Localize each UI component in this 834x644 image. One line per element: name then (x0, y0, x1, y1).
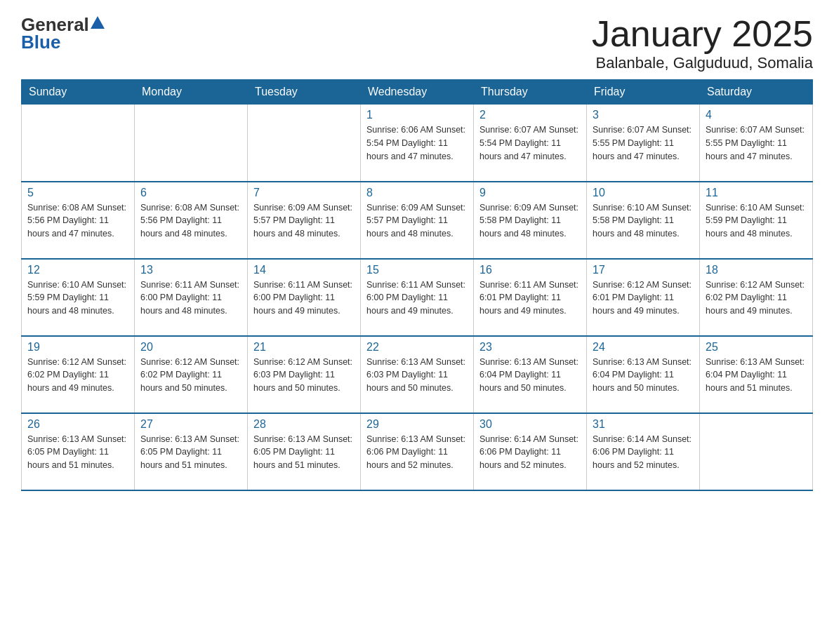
day-number: 24 (593, 341, 694, 354)
day-info: Sunrise: 6:09 AM Sunset: 5:57 PM Dayligh… (366, 201, 468, 241)
day-number: 2 (479, 109, 581, 121)
col-header-sunday: Sunday (22, 80, 135, 105)
day-info: Sunrise: 6:13 AM Sunset: 6:04 PM Dayligh… (706, 356, 807, 395)
day-number: 26 (27, 418, 128, 431)
day-info: Sunrise: 6:08 AM Sunset: 5:56 PM Dayligh… (140, 201, 241, 241)
day-info: Sunrise: 6:11 AM Sunset: 6:00 PM Dayligh… (366, 279, 468, 318)
day-info: Sunrise: 6:09 AM Sunset: 5:58 PM Dayligh… (479, 201, 581, 241)
day-number: 29 (366, 418, 468, 431)
day-number: 17 (593, 264, 694, 276)
calendar-cell: 11Sunrise: 6:10 AM Sunset: 5:59 PM Dayli… (700, 182, 813, 259)
col-header-friday: Friday (587, 80, 700, 105)
calendar-cell: 10Sunrise: 6:10 AM Sunset: 5:58 PM Dayli… (587, 182, 700, 259)
day-number: 18 (706, 264, 807, 276)
calendar-cell: 2Sunrise: 6:07 AM Sunset: 5:54 PM Daylig… (474, 105, 587, 182)
day-number: 30 (479, 418, 581, 431)
calendar-cell: 1Sunrise: 6:06 AM Sunset: 5:54 PM Daylig… (361, 105, 474, 182)
day-number: 6 (140, 187, 241, 199)
calendar-cell: 22Sunrise: 6:13 AM Sunset: 6:03 PM Dayli… (361, 336, 474, 413)
day-number: 3 (593, 109, 694, 121)
day-info: Sunrise: 6:11 AM Sunset: 6:01 PM Dayligh… (479, 279, 581, 318)
calendar-cell: 23Sunrise: 6:13 AM Sunset: 6:04 PM Dayli… (474, 336, 587, 413)
day-info: Sunrise: 6:07 AM Sunset: 5:55 PM Dayligh… (593, 123, 694, 163)
day-info: Sunrise: 6:08 AM Sunset: 5:56 PM Dayligh… (27, 201, 128, 241)
day-number: 12 (27, 264, 128, 276)
day-info: Sunrise: 6:13 AM Sunset: 6:05 PM Dayligh… (140, 433, 241, 472)
day-info: Sunrise: 6:07 AM Sunset: 5:55 PM Dayligh… (706, 123, 807, 163)
calendar-week-row: 12Sunrise: 6:10 AM Sunset: 5:59 PM Dayli… (22, 259, 813, 336)
day-info: Sunrise: 6:11 AM Sunset: 6:00 PM Dayligh… (140, 279, 241, 318)
calendar-cell: 21Sunrise: 6:12 AM Sunset: 6:03 PM Dayli… (248, 336, 361, 413)
calendar-cell: 31Sunrise: 6:14 AM Sunset: 6:06 PM Dayli… (587, 413, 700, 490)
calendar-cell: 19Sunrise: 6:12 AM Sunset: 6:02 PM Dayli… (22, 336, 135, 413)
day-number: 5 (27, 187, 128, 199)
logo: General Blue (21, 14, 105, 53)
day-number: 27 (140, 418, 241, 431)
calendar-table: SundayMondayTuesdayWednesdayThursdayFrid… (21, 79, 813, 491)
day-number: 1 (366, 109, 468, 121)
page-header: General Blue January 2025 Balanbale, Gal… (21, 14, 813, 72)
day-info: Sunrise: 6:14 AM Sunset: 6:06 PM Dayligh… (593, 433, 694, 472)
calendar-week-row: 26Sunrise: 6:13 AM Sunset: 6:05 PM Dayli… (22, 413, 813, 490)
day-number: 11 (706, 187, 807, 199)
day-info: Sunrise: 6:13 AM Sunset: 6:05 PM Dayligh… (27, 433, 128, 472)
calendar-week-row: 19Sunrise: 6:12 AM Sunset: 6:02 PM Dayli… (22, 336, 813, 413)
calendar-cell: 26Sunrise: 6:13 AM Sunset: 6:05 PM Dayli… (22, 413, 135, 490)
calendar-cell (700, 413, 813, 490)
day-info: Sunrise: 6:13 AM Sunset: 6:06 PM Dayligh… (366, 433, 468, 472)
month-title: January 2025 (592, 14, 813, 54)
logo-triangle-icon (91, 16, 105, 29)
calendar-cell: 20Sunrise: 6:12 AM Sunset: 6:02 PM Dayli… (135, 336, 248, 413)
calendar-cell (248, 105, 361, 182)
day-info: Sunrise: 6:12 AM Sunset: 6:02 PM Dayligh… (140, 356, 241, 395)
title-block: January 2025 Balanbale, Galguduud, Somal… (592, 14, 813, 72)
calendar-cell: 27Sunrise: 6:13 AM Sunset: 6:05 PM Dayli… (135, 413, 248, 490)
day-number: 15 (366, 264, 468, 276)
calendar-week-row: 5Sunrise: 6:08 AM Sunset: 5:56 PM Daylig… (22, 182, 813, 259)
calendar-cell: 28Sunrise: 6:13 AM Sunset: 6:05 PM Dayli… (248, 413, 361, 490)
day-number: 23 (479, 341, 581, 354)
calendar-cell (135, 105, 248, 182)
calendar-cell: 24Sunrise: 6:13 AM Sunset: 6:04 PM Dayli… (587, 336, 700, 413)
day-number: 22 (366, 341, 468, 354)
col-header-saturday: Saturday (700, 80, 813, 105)
logo-blue-text: Blue (21, 32, 105, 53)
day-number: 4 (706, 109, 807, 121)
calendar-header-row: SundayMondayTuesdayWednesdayThursdayFrid… (22, 80, 813, 105)
day-info: Sunrise: 6:07 AM Sunset: 5:54 PM Dayligh… (479, 123, 581, 163)
calendar-cell: 16Sunrise: 6:11 AM Sunset: 6:01 PM Dayli… (474, 259, 587, 336)
day-info: Sunrise: 6:12 AM Sunset: 6:02 PM Dayligh… (706, 279, 807, 318)
calendar-cell: 17Sunrise: 6:12 AM Sunset: 6:01 PM Dayli… (587, 259, 700, 336)
day-info: Sunrise: 6:10 AM Sunset: 5:59 PM Dayligh… (27, 279, 128, 318)
calendar-cell: 13Sunrise: 6:11 AM Sunset: 6:00 PM Dayli… (135, 259, 248, 336)
day-info: Sunrise: 6:09 AM Sunset: 5:57 PM Dayligh… (253, 201, 355, 241)
day-number: 20 (140, 341, 241, 354)
col-header-monday: Monday (135, 80, 248, 105)
day-info: Sunrise: 6:12 AM Sunset: 6:02 PM Dayligh… (27, 356, 128, 395)
day-number: 31 (593, 418, 694, 431)
day-number: 13 (140, 264, 241, 276)
calendar-cell: 9Sunrise: 6:09 AM Sunset: 5:58 PM Daylig… (474, 182, 587, 259)
location-title: Balanbale, Galguduud, Somalia (592, 54, 813, 72)
day-info: Sunrise: 6:12 AM Sunset: 6:01 PM Dayligh… (593, 279, 694, 318)
calendar-cell: 18Sunrise: 6:12 AM Sunset: 6:02 PM Dayli… (700, 259, 813, 336)
day-info: Sunrise: 6:13 AM Sunset: 6:04 PM Dayligh… (479, 356, 581, 395)
day-info: Sunrise: 6:11 AM Sunset: 6:00 PM Dayligh… (253, 279, 355, 318)
day-info: Sunrise: 6:13 AM Sunset: 6:04 PM Dayligh… (593, 356, 694, 395)
calendar-cell: 6Sunrise: 6:08 AM Sunset: 5:56 PM Daylig… (135, 182, 248, 259)
calendar-cell: 29Sunrise: 6:13 AM Sunset: 6:06 PM Dayli… (361, 413, 474, 490)
calendar-week-row: 1Sunrise: 6:06 AM Sunset: 5:54 PM Daylig… (22, 105, 813, 182)
day-number: 19 (27, 341, 128, 354)
day-info: Sunrise: 6:06 AM Sunset: 5:54 PM Dayligh… (366, 123, 468, 163)
day-info: Sunrise: 6:14 AM Sunset: 6:06 PM Dayligh… (479, 433, 581, 472)
day-info: Sunrise: 6:10 AM Sunset: 5:58 PM Dayligh… (593, 201, 694, 241)
calendar-cell: 3Sunrise: 6:07 AM Sunset: 5:55 PM Daylig… (587, 105, 700, 182)
day-number: 9 (479, 187, 581, 199)
calendar-cell: 14Sunrise: 6:11 AM Sunset: 6:00 PM Dayli… (248, 259, 361, 336)
day-info: Sunrise: 6:13 AM Sunset: 6:03 PM Dayligh… (366, 356, 468, 395)
calendar-cell: 12Sunrise: 6:10 AM Sunset: 5:59 PM Dayli… (22, 259, 135, 336)
calendar-cell: 7Sunrise: 6:09 AM Sunset: 5:57 PM Daylig… (248, 182, 361, 259)
day-info: Sunrise: 6:13 AM Sunset: 6:05 PM Dayligh… (253, 433, 355, 472)
calendar-cell: 25Sunrise: 6:13 AM Sunset: 6:04 PM Dayli… (700, 336, 813, 413)
day-number: 28 (253, 418, 355, 431)
